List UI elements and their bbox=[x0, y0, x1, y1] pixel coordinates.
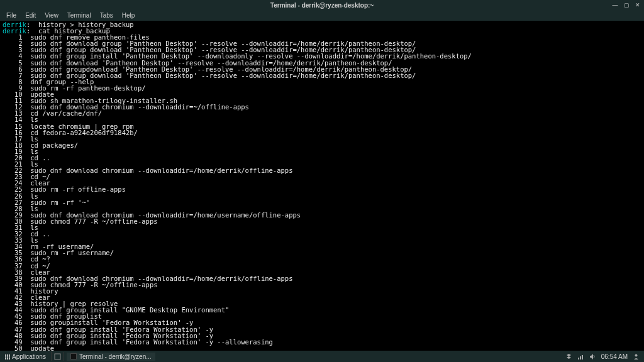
menu-view[interactable]: View bbox=[41, 11, 62, 19]
clock[interactable]: 06:54 AM bbox=[601, 353, 628, 360]
window-title: Terminal - derrik@ryzen-desktop:~ bbox=[0, 2, 644, 9]
dropbox-icon[interactable] bbox=[565, 353, 572, 360]
taskbar-separator bbox=[64, 352, 64, 361]
network-icon[interactable] bbox=[577, 353, 584, 360]
window-controls: — ▢ ✕ bbox=[611, 1, 641, 9]
taskbar: Applications Terminal - derrik@ryzen... … bbox=[0, 351, 644, 362]
svg-marker-6 bbox=[590, 354, 593, 359]
close-button[interactable]: ✕ bbox=[634, 1, 641, 9]
volume-icon[interactable] bbox=[589, 353, 596, 360]
applications-menu-button[interactable]: Applications bbox=[2, 353, 48, 361]
user-menu-icon[interactable] bbox=[633, 353, 640, 360]
menu-help[interactable]: Help bbox=[118, 11, 139, 19]
taskbar-item-terminal[interactable]: Terminal - derrik@ryzen... bbox=[67, 353, 155, 361]
taskbar-separator bbox=[51, 352, 52, 361]
svg-rect-3 bbox=[578, 358, 579, 359]
svg-point-7 bbox=[635, 354, 638, 356]
svg-marker-1 bbox=[567, 354, 571, 356]
terminal-window: Terminal - derrik@ryzen-desktop:~ — ▢ ✕ … bbox=[0, 0, 644, 362]
applications-grid-icon bbox=[4, 354, 10, 359]
menu-terminal[interactable]: Terminal bbox=[64, 11, 95, 19]
menu-edit[interactable]: Edit bbox=[21, 11, 40, 19]
terminal-output[interactable]: derrik: history > history_backupderrik: … bbox=[0, 21, 644, 351]
svg-marker-2 bbox=[567, 356, 571, 359]
svg-rect-4 bbox=[580, 356, 581, 359]
applications-label: Applications bbox=[12, 353, 46, 360]
terminal-icon bbox=[70, 353, 77, 359]
menu-tabs[interactable]: Tabs bbox=[96, 11, 117, 19]
show-desktop-button[interactable] bbox=[54, 353, 61, 360]
titlebar[interactable]: Terminal - derrik@ryzen-desktop:~ — ▢ ✕ bbox=[0, 0, 644, 10]
menubar: File Edit View Terminal Tabs Help bbox=[0, 10, 644, 21]
svg-rect-5 bbox=[582, 355, 583, 359]
svg-rect-0 bbox=[55, 354, 60, 359]
minimize-button[interactable]: — bbox=[611, 1, 619, 9]
taskbar-item-label: Terminal - derrik@ryzen... bbox=[79, 353, 152, 360]
menu-file[interactable]: File bbox=[3, 11, 20, 19]
system-tray: 06:54 AM bbox=[565, 353, 642, 360]
maximize-button[interactable]: ▢ bbox=[623, 1, 630, 9]
